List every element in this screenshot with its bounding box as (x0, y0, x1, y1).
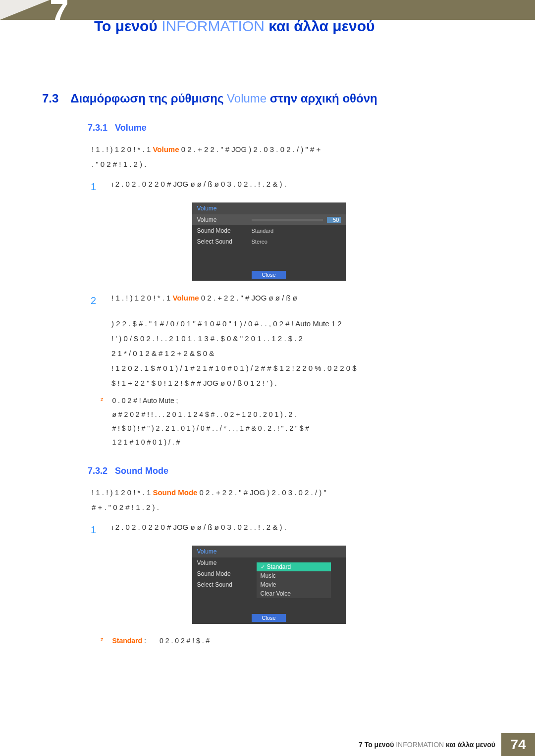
osd-header: Volume (192, 546, 346, 557)
step-2-731: 2 ! 1 . ! ) 1 2 0 ! * . 1 Volume 0 2 . +… (91, 291, 495, 310)
note-block-731: ) 2 2 . $ # . " 1 # / 0 / 0 1 " # 1 0 # … (111, 316, 495, 391)
option-movie[interactable]: Movie (257, 580, 331, 589)
volume-slider[interactable] (252, 219, 323, 221)
volume-value: 50 (327, 217, 341, 223)
subsection-title: Volume (115, 123, 147, 133)
footer-caption: 7 Το μενού INFORMATION και άλλα μενού (359, 741, 495, 749)
intro-paragraph-731: ! 1 . ! ) 1 2 0 ! * . 1 Volume 0 2 . + 2… (92, 142, 495, 172)
chapter-title: Το μενού INFORMATION και άλλα μενού (94, 18, 374, 35)
section-prefix: Διαμόρφωση της ρύθμισης (70, 92, 223, 105)
osd-spacer (192, 247, 346, 269)
option-standard[interactable]: ✓Standard (257, 562, 331, 571)
chapter-title-prefix: Το μενού (94, 18, 158, 34)
section-mid: Volume (227, 92, 267, 105)
bullet-icon: z (101, 394, 104, 404)
bullet-731: z 0 . 0 2 # ! Auto Mute ; ø # 2 0 2 # ! … (101, 394, 495, 449)
section-number: 7.3 (42, 92, 58, 105)
header-bar (0, 0, 535, 20)
page-footer: 7 Το μενού INFORMATION και άλλα μενού 74 (0, 733, 535, 756)
intro-paragraph-732: ! 1 . ! ) 1 2 0 ! * . 1 Sound Mode 0 2 .… (92, 485, 495, 515)
section-heading: 7.3 Διαμόρφωση της ρύθμισης Volume στην … (42, 92, 495, 105)
osd-close-row: Close (192, 269, 346, 281)
section-suffix: στην αρχική οθόνη (270, 92, 377, 105)
osd-row-sound-mode[interactable]: Sound Mode Standard (192, 225, 346, 236)
bullet-icon: z (101, 634, 104, 645)
close-button[interactable]: Close (252, 271, 285, 279)
chapter-title-mid: INFORMATION (161, 18, 265, 34)
check-icon: ✓ (261, 564, 265, 570)
osd-header: Volume (192, 202, 346, 214)
osd-close-row: Close (192, 612, 346, 624)
step-number: 2 (91, 291, 100, 310)
osd-volume-menu: Volume Volume 50 Sound Mode Standard Sel… (192, 202, 346, 281)
subsection-title: Sound Mode (115, 466, 168, 476)
subsection-732-heading: 7.3.2 Sound Mode (88, 466, 495, 476)
header-corner-decoration (0, 0, 50, 20)
osd-row-volume[interactable]: Volume 50 (192, 214, 346, 225)
subsection-num: 7.3.2 (88, 466, 107, 476)
bullet-732-standard: z Standard : 0 2 . 0 2 # ! $ . # (101, 634, 495, 648)
page-number: 74 (501, 733, 535, 756)
chapter-number-large: 7 (50, 0, 69, 25)
step-1-731: 1 ι 2 . 0 2 . 0 2 2 0 # JOG ø ø / ß ø 0 … (91, 177, 495, 197)
step-number: 1 (91, 177, 100, 197)
step-number: 1 (91, 520, 100, 540)
subsection-num: 7.3.1 (88, 123, 107, 133)
option-music[interactable]: Music (257, 571, 331, 580)
subsection-731-heading: 7.3.1 Volume (88, 123, 495, 133)
step-1-732: 1 ι 2 . 0 2 . 0 2 2 0 # JOG ø ø / ß ø 0 … (91, 520, 495, 540)
osd-row-select-sound[interactable]: Select Sound Stereo (192, 236, 346, 247)
sound-mode-dropdown[interactable]: ✓Standard Music Movie Clear Voice (257, 562, 331, 598)
step-text: ι 2 . 0 2 . 0 2 2 0 # JOG ø ø / ß ø 0 3 … (111, 520, 478, 535)
step-text: ! 1 . ! ) 1 2 0 ! * . 1 Volume 0 2 . + 2… (111, 291, 478, 305)
page-content: 7.3 Διαμόρφωση της ρύθμισης Volume στην … (42, 92, 495, 648)
option-clear-voice[interactable]: Clear Voice (257, 589, 331, 598)
close-button[interactable]: Close (252, 614, 285, 622)
chapter-title-suffix: και άλλα μενού (268, 18, 374, 34)
osd-sound-mode-menu: Volume Volume Sound Mode Select Sound ✓S… (192, 546, 346, 624)
step-text: ι 2 . 0 2 . 0 2 2 0 # JOG ø ø / ß ø 0 3 … (111, 177, 478, 192)
